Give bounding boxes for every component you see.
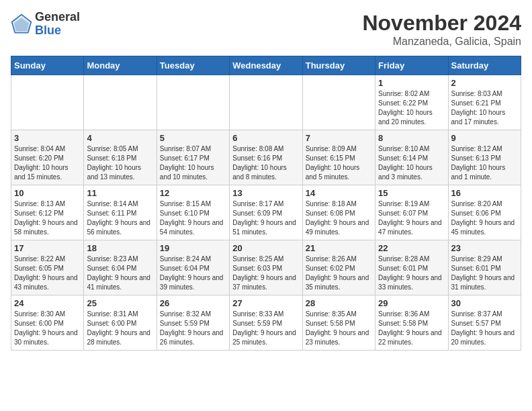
day-number: 24 <box>14 298 81 308</box>
day-number: 4 <box>87 133 153 143</box>
day-cell <box>11 75 84 130</box>
day-cell: 6Sunrise: 8:08 AM Sunset: 6:16 PM Daylig… <box>230 130 302 185</box>
weekday-header-wednesday: Wednesday <box>230 56 302 75</box>
month-title: November 2024 <box>362 11 521 36</box>
day-number: 14 <box>306 188 372 198</box>
day-info: Sunrise: 8:09 AM Sunset: 6:15 PM Dayligh… <box>306 144 372 182</box>
week-row-1: 1Sunrise: 8:02 AM Sunset: 6:22 PM Daylig… <box>11 75 521 130</box>
week-row-5: 24Sunrise: 8:30 AM Sunset: 6:00 PM Dayli… <box>11 295 521 351</box>
day-cell: 4Sunrise: 8:05 AM Sunset: 6:18 PM Daylig… <box>84 130 157 185</box>
day-info: Sunrise: 8:19 AM Sunset: 6:07 PM Dayligh… <box>378 199 445 237</box>
day-info: Sunrise: 8:02 AM Sunset: 6:22 PM Dayligh… <box>378 89 445 127</box>
day-number: 22 <box>378 243 445 253</box>
day-number: 2 <box>451 78 518 88</box>
day-number: 23 <box>451 243 518 253</box>
day-number: 13 <box>232 188 299 198</box>
day-cell: 28Sunrise: 8:35 AM Sunset: 5:58 PM Dayli… <box>302 295 375 351</box>
day-number: 10 <box>14 188 81 198</box>
day-cell <box>157 75 229 130</box>
day-cell: 22Sunrise: 8:28 AM Sunset: 6:01 PM Dayli… <box>375 240 448 295</box>
day-cell <box>230 75 302 130</box>
calendar-table: SundayMondayTuesdayWednesdayThursdayFrid… <box>11 56 521 351</box>
day-number: 15 <box>378 188 445 198</box>
week-row-2: 3Sunrise: 8:04 AM Sunset: 6:20 PM Daylig… <box>11 130 521 185</box>
day-info: Sunrise: 8:05 AM Sunset: 6:18 PM Dayligh… <box>87 144 153 182</box>
location-title: Manzaneda, Galicia, Spain <box>362 36 521 48</box>
day-number: 19 <box>160 243 226 253</box>
day-cell: 15Sunrise: 8:19 AM Sunset: 6:07 PM Dayli… <box>375 185 448 240</box>
logo: General Blue <box>11 11 80 38</box>
day-info: Sunrise: 8:22 AM Sunset: 6:05 PM Dayligh… <box>14 255 81 292</box>
day-cell: 17Sunrise: 8:22 AM Sunset: 6:05 PM Dayli… <box>11 240 84 295</box>
day-cell: 23Sunrise: 8:29 AM Sunset: 6:01 PM Dayli… <box>448 240 521 295</box>
day-info: Sunrise: 8:29 AM Sunset: 6:01 PM Dayligh… <box>451 255 518 292</box>
day-cell: 18Sunrise: 8:23 AM Sunset: 6:04 PM Dayli… <box>84 240 157 295</box>
day-cell: 8Sunrise: 8:10 AM Sunset: 6:14 PM Daylig… <box>375 130 448 185</box>
day-number: 17 <box>14 243 81 253</box>
day-number: 26 <box>160 298 226 308</box>
day-number: 21 <box>306 243 372 253</box>
weekday-header-saturday: Saturday <box>448 56 521 75</box>
logo-icon <box>11 13 32 35</box>
day-number: 8 <box>378 133 445 143</box>
day-cell <box>84 75 157 130</box>
day-cell: 13Sunrise: 8:17 AM Sunset: 6:09 PM Dayli… <box>230 185 302 240</box>
day-cell: 3Sunrise: 8:04 AM Sunset: 6:20 PM Daylig… <box>11 130 84 185</box>
weekday-header-tuesday: Tuesday <box>157 56 229 75</box>
week-row-3: 10Sunrise: 8:13 AM Sunset: 6:12 PM Dayli… <box>11 185 521 240</box>
day-info: Sunrise: 8:04 AM Sunset: 6:20 PM Dayligh… <box>14 144 81 182</box>
day-info: Sunrise: 8:10 AM Sunset: 6:14 PM Dayligh… <box>378 144 445 182</box>
day-cell: 12Sunrise: 8:15 AM Sunset: 6:10 PM Dayli… <box>157 185 229 240</box>
weekday-header-row: SundayMondayTuesdayWednesdayThursdayFrid… <box>11 56 521 75</box>
day-number: 11 <box>87 188 153 198</box>
day-cell: 10Sunrise: 8:13 AM Sunset: 6:12 PM Dayli… <box>11 185 84 240</box>
day-info: Sunrise: 8:07 AM Sunset: 6:17 PM Dayligh… <box>160 144 226 182</box>
day-info: Sunrise: 8:37 AM Sunset: 5:57 PM Dayligh… <box>451 310 518 347</box>
day-cell: 16Sunrise: 8:20 AM Sunset: 6:06 PM Dayli… <box>448 185 521 240</box>
day-info: Sunrise: 8:12 AM Sunset: 6:13 PM Dayligh… <box>451 144 518 182</box>
day-number: 12 <box>160 188 226 198</box>
day-number: 7 <box>306 133 372 143</box>
day-info: Sunrise: 8:14 AM Sunset: 6:11 PM Dayligh… <box>87 199 153 237</box>
logo-blue: Blue <box>35 24 80 38</box>
page-header: General Blue November 2024 Manzaneda, Ga… <box>11 11 521 48</box>
day-cell: 21Sunrise: 8:26 AM Sunset: 6:02 PM Dayli… <box>302 240 375 295</box>
day-number: 18 <box>87 243 153 253</box>
day-info: Sunrise: 8:26 AM Sunset: 6:02 PM Dayligh… <box>306 255 372 292</box>
logo-general: General <box>35 11 80 24</box>
day-info: Sunrise: 8:20 AM Sunset: 6:06 PM Dayligh… <box>451 199 518 237</box>
day-cell: 20Sunrise: 8:25 AM Sunset: 6:03 PM Dayli… <box>230 240 302 295</box>
day-number: 25 <box>87 298 153 308</box>
day-number: 3 <box>14 133 81 143</box>
day-number: 29 <box>378 298 445 308</box>
day-info: Sunrise: 8:18 AM Sunset: 6:08 PM Dayligh… <box>306 199 372 237</box>
day-info: Sunrise: 8:31 AM Sunset: 6:00 PM Dayligh… <box>87 310 153 347</box>
weekday-header-monday: Monday <box>84 56 157 75</box>
day-cell: 26Sunrise: 8:32 AM Sunset: 5:59 PM Dayli… <box>157 295 229 351</box>
title-block: November 2024 Manzaneda, Galicia, Spain <box>362 11 521 48</box>
day-number: 16 <box>451 188 518 198</box>
weekday-header-sunday: Sunday <box>11 56 84 75</box>
day-number: 30 <box>451 298 518 308</box>
week-row-4: 17Sunrise: 8:22 AM Sunset: 6:05 PM Dayli… <box>11 240 521 295</box>
day-number: 1 <box>378 78 445 88</box>
day-number: 5 <box>160 133 226 143</box>
day-number: 20 <box>232 243 299 253</box>
weekday-header-friday: Friday <box>375 56 448 75</box>
day-info: Sunrise: 8:17 AM Sunset: 6:09 PM Dayligh… <box>232 199 299 237</box>
day-cell: 27Sunrise: 8:33 AM Sunset: 5:59 PM Dayli… <box>230 295 302 351</box>
day-cell: 19Sunrise: 8:24 AM Sunset: 6:04 PM Dayli… <box>157 240 229 295</box>
day-number: 6 <box>232 133 299 143</box>
day-info: Sunrise: 8:36 AM Sunset: 5:58 PM Dayligh… <box>378 310 445 347</box>
day-info: Sunrise: 8:15 AM Sunset: 6:10 PM Dayligh… <box>160 199 226 237</box>
day-info: Sunrise: 8:13 AM Sunset: 6:12 PM Dayligh… <box>14 199 81 237</box>
day-info: Sunrise: 8:32 AM Sunset: 5:59 PM Dayligh… <box>160 310 226 347</box>
day-cell: 7Sunrise: 8:09 AM Sunset: 6:15 PM Daylig… <box>302 130 375 185</box>
day-number: 9 <box>451 133 518 143</box>
day-info: Sunrise: 8:33 AM Sunset: 5:59 PM Dayligh… <box>232 310 299 347</box>
day-cell: 25Sunrise: 8:31 AM Sunset: 6:00 PM Dayli… <box>84 295 157 351</box>
day-cell: 2Sunrise: 8:03 AM Sunset: 6:21 PM Daylig… <box>448 75 521 130</box>
day-info: Sunrise: 8:25 AM Sunset: 6:03 PM Dayligh… <box>232 255 299 292</box>
day-info: Sunrise: 8:28 AM Sunset: 6:01 PM Dayligh… <box>378 255 445 292</box>
weekday-header-thursday: Thursday <box>302 56 375 75</box>
